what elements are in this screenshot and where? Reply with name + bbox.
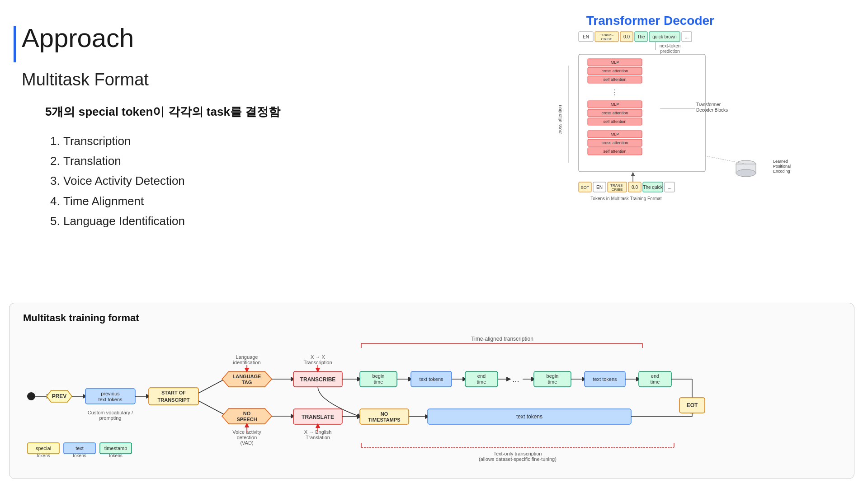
svg-text:...: ... <box>512 375 519 384</box>
svg-text:time: time <box>548 379 557 385</box>
svg-text:next-token: next-token <box>660 43 681 48</box>
svg-text:cross attention: cross attention <box>602 69 628 73</box>
svg-text:special: special <box>36 446 51 451</box>
svg-text:prompting: prompting <box>99 415 122 421</box>
svg-text:text tokens: text tokens <box>419 376 443 382</box>
task-item-2: Translation <box>63 151 185 171</box>
svg-text:NO: NO <box>243 411 251 416</box>
bottom-diagram: Multitask training format PREV previous … <box>9 303 854 479</box>
svg-text:...: ... <box>668 185 671 190</box>
svg-point-43 <box>736 169 756 177</box>
svg-text:START OF: START OF <box>161 390 186 395</box>
svg-text:tokens: tokens <box>37 453 50 458</box>
svg-text:text tokens: text tokens <box>98 397 123 402</box>
svg-text:timestamp: timestamp <box>104 446 127 451</box>
svg-text:SOT: SOT <box>581 185 590 190</box>
svg-text:Learned: Learned <box>773 159 788 164</box>
svg-text:end: end <box>651 373 659 379</box>
svg-text:Time-aligned transcription: Time-aligned transcription <box>471 336 533 342</box>
svg-text:Transformer: Transformer <box>696 102 721 107</box>
svg-text:NO: NO <box>381 411 388 417</box>
svg-text:Transcription: Transcription <box>303 360 332 365</box>
svg-text:EN: EN <box>596 185 603 190</box>
svg-text:EN: EN <box>583 34 589 39</box>
svg-text:cross attention: cross attention <box>602 141 628 145</box>
svg-text:⋮: ⋮ <box>611 89 618 96</box>
svg-text:TRANS-: TRANS- <box>610 183 624 188</box>
svg-text:self attention: self attention <box>603 149 626 154</box>
svg-text:text tokens: text tokens <box>593 376 617 382</box>
svg-text:MLP: MLP <box>611 60 619 65</box>
svg-text:text tokens: text tokens <box>516 413 542 420</box>
svg-text:cross attention: cross attention <box>557 105 562 134</box>
diagram-title: Multitask training format <box>23 312 840 324</box>
svg-text:prediction: prediction <box>660 49 679 54</box>
svg-text:CRIBE: CRIBE <box>612 188 623 192</box>
svg-text:TIMESTAMPS: TIMESTAMPS <box>368 417 400 422</box>
bold-label: 5개의 special token이 각각의 task를 결정함 <box>45 104 280 120</box>
svg-text:Positional: Positional <box>773 164 791 169</box>
svg-text:Encoding: Encoding <box>773 169 790 174</box>
svg-text:SPEECH: SPEECH <box>236 417 257 422</box>
task-item-3: Voice Activity Detection <box>63 171 185 191</box>
svg-text:text: text <box>75 446 84 451</box>
svg-text:(allows dataset-specific fine-: (allows dataset-specific fine-tuning) <box>479 456 557 462</box>
transformer-diagram: EN TRANS- CRIBE 0.0 The quick brown ... … <box>552 29 805 210</box>
svg-text:X → X: X → X <box>311 354 325 360</box>
svg-line-78 <box>198 401 226 416</box>
svg-text:TRANSLATE: TRANSLATE <box>302 414 334 420</box>
subtitle: Multitask Format <box>22 70 149 89</box>
svg-text:TRANSCRIPT: TRANSCRIPT <box>158 397 190 403</box>
svg-line-77 <box>198 378 226 393</box>
svg-text:begin: begin <box>547 373 559 379</box>
svg-text:detection: detection <box>237 435 257 440</box>
svg-text:Custom vocabulary /: Custom vocabulary / <box>88 410 133 415</box>
svg-text:0.0: 0.0 <box>623 34 630 39</box>
svg-text:end: end <box>477 373 486 379</box>
svg-text:PREV: PREV <box>52 393 67 399</box>
svg-text:EOT: EOT <box>687 402 698 408</box>
svg-text:tokens: tokens <box>73 453 86 458</box>
svg-text:Text-only transcription: Text-only transcription <box>494 451 542 456</box>
svg-text:...: ... <box>685 34 689 39</box>
svg-text:TRANS-: TRANS- <box>600 33 613 37</box>
accent-bar <box>14 26 16 62</box>
svg-text:identification: identification <box>233 360 260 365</box>
svg-text:cross attention: cross attention <box>602 111 628 115</box>
svg-text:Decoder Blocks: Decoder Blocks <box>696 108 728 113</box>
svg-text:Translation: Translation <box>306 435 330 440</box>
page-title: Approach <box>22 23 134 53</box>
svg-text:self attention: self attention <box>603 77 626 82</box>
svg-text:previous: previous <box>101 391 120 396</box>
svg-text:The quick: The quick <box>643 185 663 190</box>
svg-text:tokens: tokens <box>109 453 122 458</box>
flow-svg: PREV previous text tokens Custom vocabul… <box>23 331 846 462</box>
svg-text:LANGUAGE: LANGUAGE <box>233 374 261 379</box>
svg-text:0.0: 0.0 <box>632 185 638 190</box>
svg-text:TAG: TAG <box>242 380 252 385</box>
svg-text:(VAD): (VAD) <box>240 440 253 446</box>
svg-text:MLP: MLP <box>611 102 619 107</box>
task-item-5: Language Identification <box>63 211 185 231</box>
svg-text:Language: Language <box>236 354 258 360</box>
svg-text:begin: begin <box>373 373 385 379</box>
task-list: Transcription Translation Voice Activity… <box>54 131 185 231</box>
svg-text:Tokens in Multitask Training F: Tokens in Multitask Training Format <box>590 196 662 201</box>
svg-text:time: time <box>651 379 660 385</box>
svg-text:self attention: self attention <box>603 119 626 124</box>
svg-point-63 <box>27 392 35 400</box>
svg-text:The: The <box>637 34 645 39</box>
task-item-4: Time Alignment <box>63 191 185 211</box>
transformer-title: Transformer Decoder <box>586 14 714 28</box>
svg-text:quick brown: quick brown <box>652 34 676 39</box>
svg-text:TRANSCRIBE: TRANSCRIBE <box>300 376 336 383</box>
svg-text:time: time <box>374 379 383 385</box>
svg-text:MLP: MLP <box>611 132 619 136</box>
svg-text:CRIBE: CRIBE <box>601 37 612 41</box>
svg-text:time: time <box>477 379 486 385</box>
task-item-1: Transcription <box>63 131 185 151</box>
